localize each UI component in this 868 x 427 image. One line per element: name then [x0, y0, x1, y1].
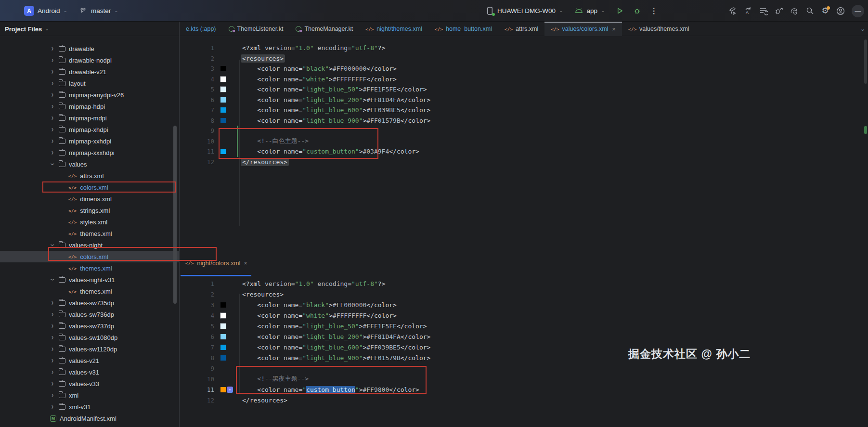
- tree-file-strings-xml[interactable]: </>strings.xml: [0, 205, 179, 216]
- chevron-right-icon[interactable]: ❯: [49, 404, 56, 409]
- project-widget[interactable]: A Android ⌄: [20, 3, 71, 18]
- tree-folder-drawable-v21[interactable]: ❯drawable-v21: [0, 66, 179, 78]
- chevron-right-icon[interactable]: ❯: [49, 92, 56, 97]
- close-icon[interactable]: ×: [244, 260, 247, 267]
- tree-folder-values[interactable]: ❯values: [0, 158, 179, 170]
- chevron-right-icon[interactable]: ❯: [49, 300, 56, 305]
- chevron-right-icon[interactable]: ❯: [49, 116, 56, 120]
- color-swatch-icon[interactable]: [220, 66, 226, 71]
- tree-file-colors-xml[interactable]: </>colors.xml: [0, 251, 179, 262]
- tree-file-androidmanifest-xml[interactable]: MAndroidManifest.xml: [0, 413, 179, 424]
- tab-themelistener-kt[interactable]: ThemeListener.kt: [222, 22, 290, 36]
- tree-folder-drawable-nodpi[interactable]: ❯drawable-nodpi: [0, 54, 179, 66]
- chevron-down-icon[interactable]: ❯: [50, 161, 55, 168]
- tab-e-kts-app-[interactable]: e.kts (:app): [180, 22, 222, 36]
- tree-folder-values-sw1120dp[interactable]: ❯values-sw1120dp: [0, 343, 179, 355]
- project-panel-header[interactable]: Project Files ⌄: [0, 22, 179, 36]
- tree-folder-mipmap-anydpi-v26[interactable]: ❯mipmap-anydpi-v26: [0, 89, 179, 101]
- chevron-right-icon[interactable]: ❯: [49, 150, 56, 155]
- tree-folder-values-night-v31[interactable]: ❯values-night-v31: [0, 274, 179, 285]
- color-swatch-icon[interactable]: [220, 149, 226, 154]
- tab-attrs-xml[interactable]: </>attrs.xml: [498, 22, 544, 36]
- chevron-down-icon[interactable]: ❯: [50, 242, 55, 248]
- tree-folder-values-sw736dp[interactable]: ❯values-sw736dp: [0, 309, 179, 320]
- tree-folder-layout[interactable]: ❯layout: [0, 78, 179, 89]
- color-swatch-icon[interactable]: [220, 97, 226, 103]
- hidden-tabs-icon[interactable]: ⌄: [860, 22, 865, 36]
- gutter-theme-icon[interactable]: ✦: [227, 387, 233, 393]
- tree-folder-values-v33[interactable]: ❯values-v33: [0, 378, 179, 389]
- tree-folder-values-sw735dp[interactable]: ❯values-sw735dp: [0, 297, 179, 309]
- tree-folder-mipmap-xhdpi[interactable]: ❯mipmap-xhdpi: [0, 124, 179, 135]
- color-swatch-icon[interactable]: [220, 323, 226, 329]
- vcs-branch-widget[interactable]: master ⌄: [75, 4, 122, 18]
- gradle-sync-icon[interactable]: [790, 7, 799, 15]
- editor-values-colors[interactable]: 1<?xml version="1.0" encoding="utf-8"?>2…: [180, 37, 868, 255]
- chevron-right-icon[interactable]: ❯: [49, 370, 56, 375]
- tree-folder-values-sw1080dp[interactable]: ❯values-sw1080dp: [0, 332, 179, 343]
- chevron-right-icon[interactable]: ❯: [49, 127, 56, 132]
- editor-night-colors[interactable]: 1<?xml version="1.0" encoding="utf-8"?>2…: [180, 276, 868, 427]
- tree-file-styles-xml[interactable]: </>styles.xml: [0, 216, 179, 228]
- color-swatch-icon[interactable]: [220, 345, 226, 350]
- chevron-down-icon[interactable]: ❯: [50, 276, 55, 283]
- color-swatch-icon[interactable]: [220, 302, 226, 308]
- tab-night-themes-xml[interactable]: </>night/themes.xml: [359, 22, 428, 36]
- color-swatch-icon[interactable]: [220, 313, 226, 318]
- chevron-right-icon[interactable]: ❯: [49, 347, 56, 351]
- tab-values-colors-xml[interactable]: </>values/colors.xml×: [544, 22, 622, 36]
- tree-folder-mipmap-hdpi[interactable]: ❯mipmap-hdpi: [0, 101, 179, 112]
- run-config-selector[interactable]: app ⌄: [570, 4, 609, 18]
- tab-home-button-xml[interactable]: </>home_button.xml: [428, 22, 498, 36]
- tab-thememanager-kt[interactable]: ThemeManager.kt: [289, 22, 359, 36]
- tab-night-colors[interactable]: </> night/colors.xml ×: [180, 255, 252, 276]
- apply-changes-restart-icon[interactable]: A: [744, 7, 752, 15]
- chevron-right-icon[interactable]: ❯: [49, 323, 56, 328]
- chevron-right-icon[interactable]: ❯: [49, 139, 56, 143]
- apply-code-changes-icon[interactable]: [759, 7, 768, 15]
- search-icon[interactable]: [805, 7, 814, 15]
- tab-values-themes-xml[interactable]: </>values/themes.xml: [622, 22, 696, 36]
- chevron-right-icon[interactable]: ❯: [49, 393, 56, 398]
- run-button[interactable]: [615, 7, 624, 15]
- chevron-right-icon[interactable]: ❯: [49, 46, 56, 51]
- chevron-right-icon[interactable]: ❯: [49, 104, 56, 109]
- attach-debugger-icon[interactable]: [775, 7, 783, 15]
- profile-icon[interactable]: [836, 7, 845, 15]
- color-swatch-icon[interactable]: [220, 77, 226, 82]
- tree-file-attrs-xml[interactable]: </>attrs.xml: [0, 170, 179, 181]
- chevron-right-icon[interactable]: ❯: [49, 58, 56, 63]
- color-swatch-icon[interactable]: [220, 107, 226, 113]
- debug-button[interactable]: [633, 7, 641, 15]
- color-swatch-icon[interactable]: [220, 387, 226, 392]
- color-swatch-icon[interactable]: [220, 87, 226, 92]
- color-swatch-icon[interactable]: [220, 118, 226, 123]
- tree-folder-xml-v31[interactable]: ❯xml-v31: [0, 401, 179, 413]
- chevron-right-icon[interactable]: ❯: [49, 312, 56, 317]
- chevron-right-icon[interactable]: ❯: [49, 381, 56, 386]
- tree-scrollbar[interactable]: [173, 126, 177, 304]
- close-icon[interactable]: ×: [612, 26, 616, 33]
- build-icon[interactable]: [728, 7, 737, 15]
- tree-file-themes-xml[interactable]: </>themes.xml: [0, 228, 179, 239]
- tree-folder-mipmap-mdpi[interactable]: ❯mipmap-mdpi: [0, 112, 179, 124]
- chevron-right-icon[interactable]: ❯: [49, 81, 56, 86]
- tree-folder-xml[interactable]: ❯xml: [0, 389, 179, 401]
- color-swatch-icon[interactable]: [220, 334, 226, 339]
- hamburger-menu-icon[interactable]: [5, 7, 13, 15]
- chevron-right-icon[interactable]: ❯: [49, 335, 56, 340]
- settings-icon[interactable]: ⚙: [821, 7, 829, 15]
- chevron-right-icon[interactable]: ❯: [49, 69, 56, 74]
- tree-file-dimens-xml[interactable]: </>dimens.xml: [0, 193, 179, 205]
- more-actions-icon[interactable]: ⋮: [650, 6, 658, 15]
- tree-folder-mipmap-xxhdpi[interactable]: ❯mipmap-xxhdpi: [0, 135, 179, 147]
- editor-scrollbar[interactable]: [864, 39, 867, 84]
- tree-folder-drawable[interactable]: ❯drawable: [0, 43, 179, 54]
- tree-folder-values-v31[interactable]: ❯values-v31: [0, 366, 179, 378]
- color-swatch-icon[interactable]: [220, 355, 226, 361]
- tree-folder-values-v21[interactable]: ❯values-v21: [0, 355, 179, 366]
- tree-folder-values-night[interactable]: ❯values-night: [0, 239, 179, 251]
- chevron-right-icon[interactable]: ❯: [49, 358, 56, 363]
- tree-file-colors-xml[interactable]: </>colors.xml: [0, 181, 179, 193]
- tree-file-themes-xml[interactable]: </>themes.xml: [0, 262, 179, 274]
